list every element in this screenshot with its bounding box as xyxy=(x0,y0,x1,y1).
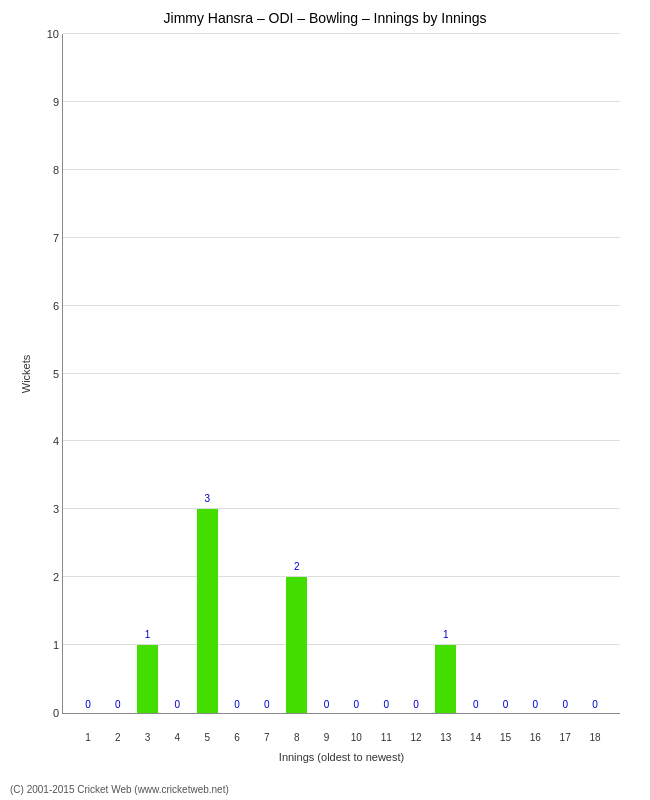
x-axis-title: Innings (oldest to newest) xyxy=(279,751,404,763)
y-tick-7: 7 xyxy=(35,232,59,244)
x-tick-14: 14 xyxy=(461,732,491,743)
bar-zero-value-9: 0 xyxy=(324,699,330,710)
bar-zero-value-15: 0 xyxy=(503,699,509,710)
bar-group-13: 1 xyxy=(431,34,461,713)
y-tick-8: 8 xyxy=(35,164,59,176)
footer: (C) 2001-2015 Cricket Web (www.cricketwe… xyxy=(10,784,229,795)
chart-plot-area: 10 9 8 7 6 5 4 3 2 1 xyxy=(62,34,620,714)
bar-group-15: 0 xyxy=(491,34,521,713)
x-tick-1: 1 xyxy=(73,732,103,743)
y-tick-3: 3 xyxy=(35,503,59,515)
y-tick-9: 9 xyxy=(35,96,59,108)
y-tick-2: 2 xyxy=(35,571,59,583)
bar-value-13: 1 xyxy=(443,629,449,640)
bar-group-18: 0 xyxy=(580,34,610,713)
bar-8: 2 xyxy=(286,577,307,713)
bar-group-17: 0 xyxy=(550,34,580,713)
x-tick-7: 7 xyxy=(252,732,282,743)
x-tick-12: 12 xyxy=(401,732,431,743)
bar-zero-value-4: 0 xyxy=(175,699,181,710)
x-tick-4: 4 xyxy=(162,732,192,743)
bar-zero-value-11: 0 xyxy=(383,699,389,710)
bar-13: 1 xyxy=(435,645,456,713)
bar-zero-value-7: 0 xyxy=(264,699,270,710)
chart-container: Jimmy Hansra – ODI – Bowling – Innings b… xyxy=(0,0,650,800)
bars-container: 001030020000100000 xyxy=(63,34,620,713)
x-tick-13: 13 xyxy=(431,732,461,743)
x-tick-11: 11 xyxy=(371,732,401,743)
y-tick-10: 10 xyxy=(35,28,59,40)
bar-group-11: 0 xyxy=(371,34,401,713)
bar-zero-value-14: 0 xyxy=(473,699,479,710)
bar-zero-value-6: 0 xyxy=(234,699,240,710)
x-tick-16: 16 xyxy=(520,732,550,743)
x-tick-5: 5 xyxy=(192,732,222,743)
y-tick-4: 4 xyxy=(35,435,59,447)
bar-group-10: 0 xyxy=(341,34,371,713)
bar-value-8: 2 xyxy=(294,561,300,572)
bar-group-14: 0 xyxy=(461,34,491,713)
x-axis-labels: 123456789101112131415161718 xyxy=(63,732,620,743)
bar-group-7: 0 xyxy=(252,34,282,713)
bar-group-16: 0 xyxy=(520,34,550,713)
bar-group-3: 1 xyxy=(133,34,163,713)
bar-5: 3 xyxy=(197,509,218,713)
bar-value-3: 1 xyxy=(145,629,151,640)
bar-zero-value-2: 0 xyxy=(115,699,121,710)
x-tick-9: 9 xyxy=(312,732,342,743)
x-tick-6: 6 xyxy=(222,732,252,743)
x-tick-10: 10 xyxy=(341,732,371,743)
bar-zero-value-17: 0 xyxy=(562,699,568,710)
bar-3: 1 xyxy=(137,645,158,713)
bar-zero-value-12: 0 xyxy=(413,699,419,710)
x-tick-3: 3 xyxy=(133,732,163,743)
bar-group-12: 0 xyxy=(401,34,431,713)
y-tick-6: 6 xyxy=(35,300,59,312)
bar-zero-value-1: 0 xyxy=(85,699,91,710)
bar-group-5: 3 xyxy=(192,34,222,713)
x-tick-2: 2 xyxy=(103,732,133,743)
x-tick-17: 17 xyxy=(550,732,580,743)
x-tick-18: 18 xyxy=(580,732,610,743)
x-tick-8: 8 xyxy=(282,732,312,743)
bar-zero-value-10: 0 xyxy=(354,699,360,710)
bar-group-8: 2 xyxy=(282,34,312,713)
bar-zero-value-18: 0 xyxy=(592,699,598,710)
y-tick-1: 1 xyxy=(35,639,59,651)
bar-group-4: 0 xyxy=(162,34,192,713)
bar-group-9: 0 xyxy=(312,34,342,713)
y-tick-5: 5 xyxy=(35,368,59,380)
y-axis-label: Wickets xyxy=(20,355,32,394)
bar-group-1: 0 xyxy=(73,34,103,713)
chart-title: Jimmy Hansra – ODI – Bowling – Innings b… xyxy=(10,10,640,26)
bar-group-2: 0 xyxy=(103,34,133,713)
bar-zero-value-16: 0 xyxy=(533,699,539,710)
bar-value-5: 3 xyxy=(204,493,210,504)
x-tick-15: 15 xyxy=(491,732,521,743)
y-tick-0: 0 xyxy=(35,707,59,719)
bar-group-6: 0 xyxy=(222,34,252,713)
